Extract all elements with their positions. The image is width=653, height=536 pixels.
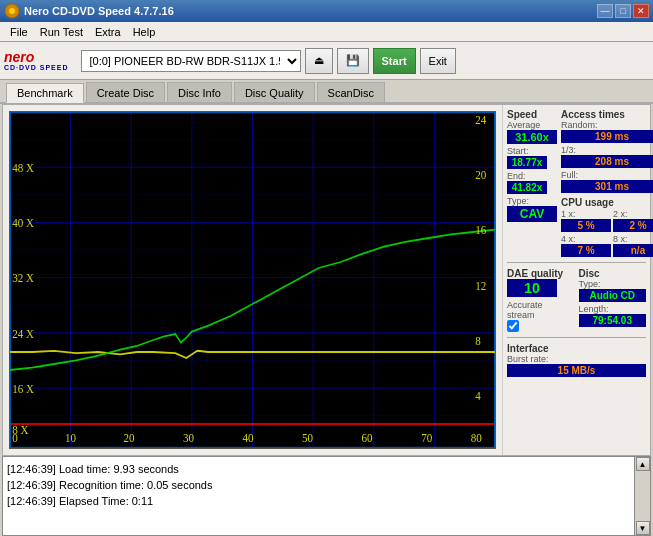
accurate-label: Accurate	[507, 300, 575, 310]
random-value: 199 ms	[561, 130, 653, 143]
disc-length-label: Length:	[579, 304, 647, 314]
svg-text:20: 20	[475, 169, 486, 181]
log-scrollbar: ▲ ▼	[634, 457, 650, 535]
log-msg-1: Load time: 9.93 seconds	[59, 463, 179, 475]
tab-disc-quality[interactable]: Disc Quality	[234, 82, 315, 102]
drive-select[interactable]: [0:0] PIONEER BD-RW BDR-S11JX 1.50	[81, 50, 301, 72]
cpu-1x-label: 1 x:	[561, 209, 611, 219]
svg-text:20: 20	[124, 432, 135, 444]
cpu-4x-label: 4 x:	[561, 234, 611, 244]
type-value: CAV	[507, 206, 557, 222]
svg-text:30: 30	[183, 432, 194, 444]
tab-bar: Benchmark Create Disc Disc Info Disc Qua…	[0, 80, 653, 104]
menu-run-test[interactable]: Run Test	[34, 24, 89, 40]
end-label: End:	[507, 171, 547, 181]
full-value: 301 ms	[561, 180, 653, 193]
eject-icon: ⏏	[314, 54, 324, 67]
cpu-4x-value: 7 %	[561, 244, 611, 257]
title-bar: Nero CD-DVD Speed 4.7.7.16 — □ ✕	[0, 0, 653, 22]
scroll-track[interactable]	[636, 471, 650, 521]
interface-label: Interface	[507, 343, 646, 354]
start-button[interactable]: Start	[373, 48, 416, 74]
disc-type-value: Audio CD	[579, 289, 647, 302]
main-content: 48 X 40 X 32 X 24 X 16 X 8 X 24 20 16 12…	[2, 104, 651, 456]
svg-text:70: 70	[421, 432, 432, 444]
tab-disc-info[interactable]: Disc Info	[167, 82, 232, 102]
svg-text:60: 60	[362, 432, 373, 444]
svg-text:24: 24	[475, 114, 486, 126]
disc-type-label: Type:	[579, 279, 647, 289]
one-third-label: 1/3:	[561, 145, 653, 155]
access-times-label: Access times	[561, 109, 653, 120]
svg-text:16: 16	[475, 224, 486, 236]
disc-length-value: 79:54.03	[579, 314, 647, 327]
scroll-up-button[interactable]: ▲	[636, 457, 650, 471]
cpu-1x-value: 5 %	[561, 219, 611, 232]
log-time-3: [12:46:39]	[7, 495, 56, 507]
average-value: 31.60x	[507, 130, 557, 144]
burst-value: 15 MB/s	[507, 364, 646, 377]
nero-logo: nero CD·DVD SPEED	[4, 50, 69, 71]
app-icon	[4, 3, 20, 19]
disc-label: Disc	[579, 268, 647, 279]
svg-text:40 X: 40 X	[12, 217, 34, 229]
exit-button[interactable]: Exit	[420, 48, 456, 74]
log-line-2: [12:46:39] Recognition time: 0.05 second…	[7, 477, 630, 493]
cpu-2x-label: 2 x:	[613, 209, 653, 219]
stats-panel: Speed Average 31.60x Start: 18.77x End: …	[502, 105, 650, 455]
cpu-8x-value: n/a	[613, 244, 653, 257]
full-label: Full:	[561, 170, 653, 180]
minimize-button[interactable]: —	[597, 4, 613, 18]
close-button[interactable]: ✕	[633, 4, 649, 18]
menu-file[interactable]: File	[4, 24, 34, 40]
chart-area: 48 X 40 X 32 X 24 X 16 X 8 X 24 20 16 12…	[9, 111, 496, 449]
burst-label: Burst rate:	[507, 354, 646, 364]
nero-brand-text: nero	[4, 50, 69, 64]
tab-scan-disc[interactable]: ScanDisc	[317, 82, 385, 102]
svg-text:8: 8	[475, 334, 481, 346]
maximize-button[interactable]: □	[615, 4, 631, 18]
average-label: Average	[507, 120, 557, 130]
svg-text:0: 0	[12, 432, 18, 444]
accurate-stream-check	[507, 320, 575, 332]
svg-text:50: 50	[302, 432, 313, 444]
svg-text:10: 10	[65, 432, 76, 444]
nero-product-text: CD·DVD SPEED	[4, 64, 69, 71]
svg-text:80: 80	[471, 432, 482, 444]
dae-value: 10	[507, 279, 557, 297]
window-controls: — □ ✕	[597, 4, 649, 18]
cpu-2x-value: 2 %	[613, 219, 653, 232]
svg-text:4: 4	[475, 390, 481, 402]
end-value: 41.82x	[507, 181, 547, 194]
stream-label: stream	[507, 310, 575, 320]
random-label: Random:	[561, 120, 653, 130]
accurate-stream-checkbox[interactable]	[507, 320, 519, 332]
dae-label: DAE quality	[507, 268, 575, 279]
log-text: [12:46:39] Load time: 9.93 seconds [12:4…	[3, 457, 634, 535]
svg-text:40: 40	[243, 432, 254, 444]
eject-button[interactable]: ⏏	[305, 48, 333, 74]
log-time-2: [12:46:39]	[7, 479, 56, 491]
log-line-1: [12:46:39] Load time: 9.93 seconds	[7, 461, 630, 477]
one-third-value: 208 ms	[561, 155, 653, 168]
chart-svg: 48 X 40 X 32 X 24 X 16 X 8 X 24 20 16 12…	[10, 112, 495, 448]
svg-text:24 X: 24 X	[12, 327, 34, 339]
svg-text:32 X: 32 X	[12, 272, 34, 284]
menu-extra[interactable]: Extra	[89, 24, 127, 40]
save-button[interactable]: 💾	[337, 48, 369, 74]
log-time-1: [12:46:39]	[7, 463, 56, 475]
log-line-3: [12:46:39] Elapsed Time: 0:11	[7, 493, 630, 509]
start-value: 18.77x	[507, 156, 547, 169]
svg-text:16 X: 16 X	[12, 382, 34, 394]
start-label: Start:	[507, 146, 547, 156]
svg-point-1	[9, 8, 15, 14]
save-icon: 💾	[346, 54, 360, 67]
menu-bar: File Run Test Extra Help	[0, 22, 653, 42]
tab-create-disc[interactable]: Create Disc	[86, 82, 165, 102]
menu-help[interactable]: Help	[127, 24, 162, 40]
tab-benchmark[interactable]: Benchmark	[6, 83, 84, 103]
scroll-down-button[interactable]: ▼	[636, 521, 650, 535]
log-msg-3: Elapsed Time: 0:11	[59, 495, 153, 507]
speed-label: Speed	[507, 109, 557, 120]
svg-text:12: 12	[475, 279, 486, 291]
